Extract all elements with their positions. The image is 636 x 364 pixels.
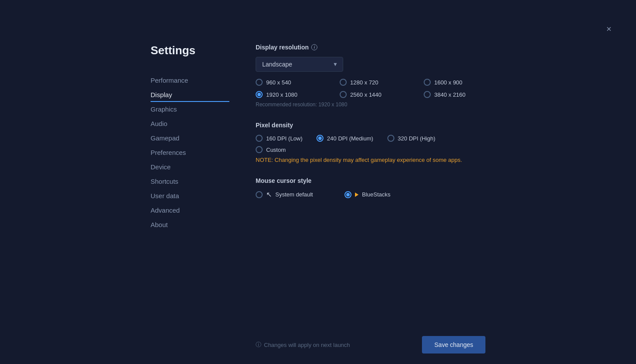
pixel-density-section: Pixel density 160 DPI (Low) 240 DPI (Med… xyxy=(256,122,501,163)
density-option-320[interactable]: 320 DPI (High) xyxy=(387,135,436,142)
sidebar-item-preferences[interactable]: Preferences xyxy=(151,145,229,160)
resolution-section: Display resolution i Landscape Portrait … xyxy=(256,44,501,108)
density-radio-custom[interactable] xyxy=(256,146,263,153)
save-button[interactable]: Save changes xyxy=(422,336,485,354)
sidebar: Settings Performance Display Graphics Au… xyxy=(151,44,229,364)
cursor-option-system[interactable]: ↖ System default xyxy=(256,190,313,199)
footer-note: ⓘ Changes will apply on next launch xyxy=(256,341,350,349)
settings-container: Settings Performance Display Graphics Au… xyxy=(0,0,636,364)
resolution-radio-960[interactable] xyxy=(256,79,263,86)
density-option-160[interactable]: 160 DPI (Low) xyxy=(256,135,302,142)
density-option-custom[interactable]: Custom xyxy=(256,146,501,153)
resolution-option-960[interactable]: 960 x 540 xyxy=(256,79,333,86)
sidebar-item-advanced[interactable]: Advanced xyxy=(151,203,229,217)
bluestacks-cursor-icon xyxy=(355,192,358,197)
sidebar-item-audio[interactable]: Audio xyxy=(151,116,229,131)
cursor-options-row: ↖ System default BlueStacks xyxy=(256,190,501,199)
footer: ⓘ Changes will apply on next launch Save… xyxy=(0,326,636,364)
density-note-text: NOTE: Changing the pixel density may aff… xyxy=(256,157,501,163)
sidebar-item-display[interactable]: Display xyxy=(151,88,229,102)
cursor-section-title: Mouse cursor style xyxy=(256,177,501,184)
density-option-240[interactable]: 240 DPI (Medium) xyxy=(316,135,373,142)
resolution-radio-2560[interactable] xyxy=(340,91,347,98)
resolution-option-1920[interactable]: 1920 x 1080 xyxy=(256,91,333,98)
resolution-option-1600[interactable]: 1600 x 900 xyxy=(424,79,501,86)
cursor-section: Mouse cursor style ↖ System default Blue… xyxy=(256,177,501,199)
sidebar-item-graphics[interactable]: Graphics xyxy=(151,102,229,116)
content-area: Display resolution i Landscape Portrait … xyxy=(229,44,501,364)
sidebar-nav: Performance Display Graphics Audio Gamep… xyxy=(151,73,229,232)
resolution-option-1280[interactable]: 1280 x 720 xyxy=(340,79,417,86)
system-cursor-icon: ↖ xyxy=(266,190,272,199)
density-radio-240[interactable] xyxy=(316,135,323,142)
page-title: Settings xyxy=(151,44,229,57)
recommended-resolution-text: Recommended resolution: 1920 x 1080 xyxy=(256,102,501,108)
resolution-section-title: Display resolution i xyxy=(256,44,501,51)
density-radio-160[interactable] xyxy=(256,135,263,142)
resolution-radio-1280[interactable] xyxy=(340,79,347,86)
resolution-option-2560[interactable]: 2560 x 1440 xyxy=(340,91,417,98)
resolution-options: 960 x 540 1280 x 720 1600 x 900 1920 x 1… xyxy=(256,79,501,98)
sidebar-item-about[interactable]: About xyxy=(151,217,229,232)
orientation-select[interactable]: Landscape Portrait xyxy=(256,57,343,72)
density-options-row: 160 DPI (Low) 240 DPI (Medium) 320 DPI (… xyxy=(256,135,501,142)
sidebar-item-user-data[interactable]: User data xyxy=(151,189,229,203)
resolution-radio-1600[interactable] xyxy=(424,79,431,86)
footer-note-icon: ⓘ xyxy=(256,341,261,349)
resolution-radio-1920[interactable] xyxy=(256,91,263,98)
orientation-dropdown-wrapper: Landscape Portrait ▼ xyxy=(256,57,343,72)
density-custom-row: Custom xyxy=(256,146,501,153)
resolution-radio-3840[interactable] xyxy=(424,91,431,98)
cursor-option-bluestacks[interactable]: BlueStacks xyxy=(344,191,390,198)
cursor-radio-bluestacks[interactable] xyxy=(344,191,351,198)
resolution-info-icon: i xyxy=(311,44,317,50)
footer-note-text: Changes will apply on next launch xyxy=(264,342,350,348)
close-button[interactable]: × xyxy=(604,23,613,35)
pixel-density-title: Pixel density xyxy=(256,122,501,129)
resolution-option-3840[interactable]: 3840 x 2160 xyxy=(424,91,501,98)
density-radio-320[interactable] xyxy=(387,135,394,142)
cursor-radio-system[interactable] xyxy=(256,191,263,198)
sidebar-item-performance[interactable]: Performance xyxy=(151,73,229,88)
sidebar-item-device[interactable]: Device xyxy=(151,160,229,174)
sidebar-item-gamepad[interactable]: Gamepad xyxy=(151,131,229,145)
sidebar-item-shortcuts[interactable]: Shortcuts xyxy=(151,174,229,189)
